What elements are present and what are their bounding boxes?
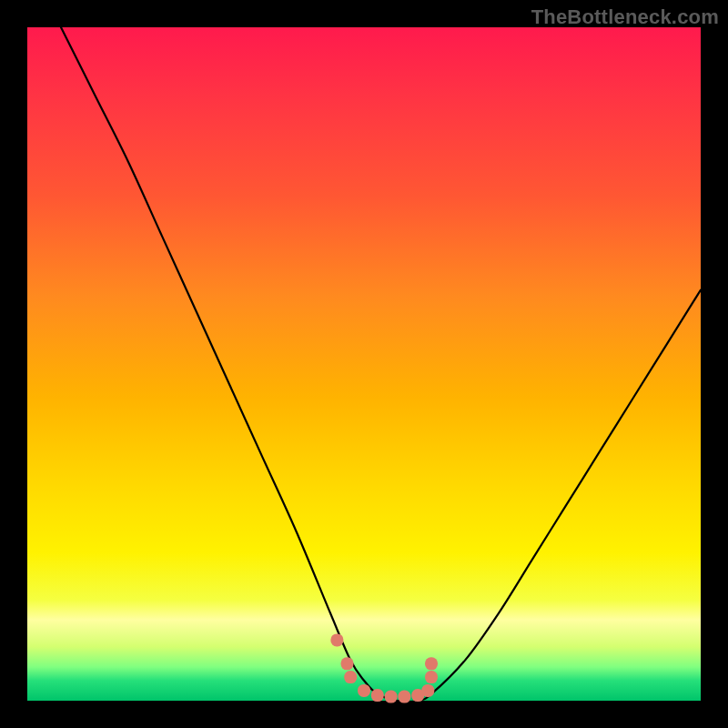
highlight-dot [421,684,434,697]
highlight-dot [398,691,410,703]
highlight-dot [358,684,370,697]
plot-area [27,27,701,701]
highlight-dot [341,657,354,670]
bottleneck-curve-path [61,27,701,702]
curve-layer [27,27,701,701]
highlight-dot [330,633,343,646]
bottleneck-curve [61,27,701,702]
highlight-dot [371,689,384,702]
highlight-dot [425,657,438,670]
highlight-dot [425,671,438,683]
highlight-dots [330,633,438,703]
highlight-dot [385,691,398,703]
chart-frame: TheBottleneck.com [0,0,728,728]
watermark-text: TheBottleneck.com [531,5,719,29]
highlight-dot [344,671,357,683]
